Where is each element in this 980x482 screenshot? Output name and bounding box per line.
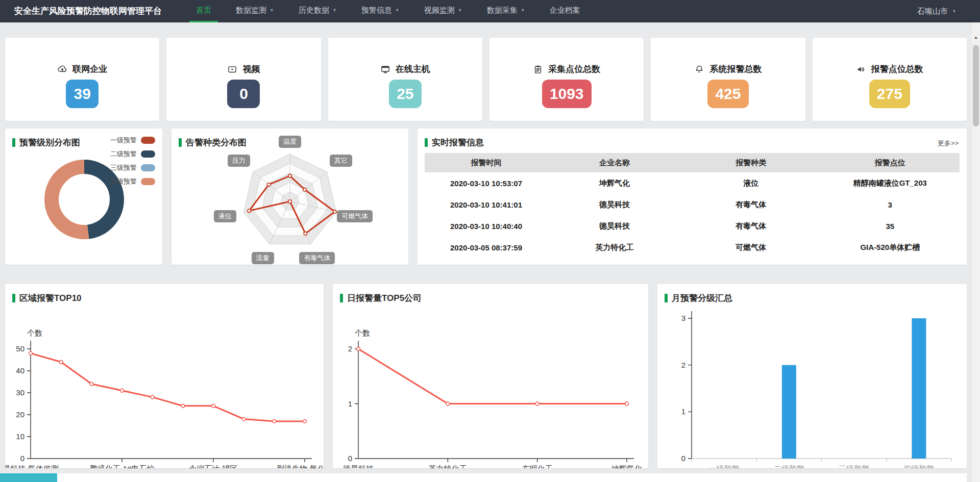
stat-card-label: 系统报警总数 <box>709 63 762 75</box>
radar-axis-label-3: 有毒气体 <box>299 252 335 264</box>
stat-card-online-hosts: 在线主机 25 <box>328 38 482 121</box>
panel-title-text: 日报警量TOP5公司 <box>347 292 422 304</box>
svg-text:0: 0 <box>681 454 685 463</box>
stat-card-collection-points: 采集点位总数 1093 <box>489 38 644 121</box>
navbar: 安全生产风险预警防控物联网管理平台 首页数据监测▼历史数据▼预警信息▼视频监测▼… <box>0 0 980 22</box>
stat-card-alarm-points: 报警点位总数 275 <box>813 38 967 121</box>
panel-title-text: 月预警分级汇总 <box>672 292 732 304</box>
nav-item-0[interactable]: 首页 <box>189 0 218 22</box>
radar-axis-label-0: 温度 <box>279 136 301 148</box>
panel-daily-top5: 日报警量TOP5公司 个数012德昊科技英力特化工东明化工坤辉气化 <box>333 284 648 468</box>
table-cell: 有毒气体 <box>681 194 820 215</box>
title-accent-bar <box>12 138 15 147</box>
panel-title: 月预警分级汇总 <box>665 292 732 304</box>
scroll-up-arrow-icon[interactable]: ▲ <box>972 35 980 40</box>
nav-item-label: 企业档案 <box>550 6 580 15</box>
speaker-icon <box>856 64 866 74</box>
panel-monthly-summary: 月预警分级汇总 0123一级预警二级预警三级预警四级预警 <box>657 284 967 468</box>
svg-text:2: 2 <box>681 361 685 369</box>
svg-text:个数: 个数 <box>355 328 370 337</box>
scrollbar-thumb[interactable] <box>973 45 979 126</box>
legend-item-0[interactable]: 一级预警 <box>110 136 155 145</box>
stat-card-system-alarms: 系统报警总数 425 <box>651 38 805 121</box>
table-row: 2020-03-05 08:37:59英力特化工可燃气体GIA-520单体贮槽 <box>425 237 960 258</box>
panel-title-text: 实时报警信息 <box>432 137 484 148</box>
realtime-table-body: 2020-03-10 10:53:07坤辉气化液位精醇南罐液位GT_203202… <box>425 172 960 258</box>
stat-card-label: 采集点位总数 <box>548 63 600 75</box>
alarm-type-radar-svg <box>172 129 408 265</box>
panel-title: 区域报警TOP10 <box>12 292 82 304</box>
chevron-down-icon: ▼ <box>458 8 462 13</box>
video-play-icon <box>227 64 237 74</box>
title-accent-bar <box>12 294 15 302</box>
nav-item-1[interactable]: 数据监测▼ <box>229 0 281 22</box>
table-cell: 2020-03-10 10:41:01 <box>425 194 548 215</box>
stat-value-badge: 425 <box>707 80 748 108</box>
nav-item-4[interactable]: 视频监测▼ <box>418 0 469 22</box>
table-cell: 德昊科技 <box>548 215 681 237</box>
cloud-upload-icon <box>57 64 67 74</box>
stat-value-badge: 0 <box>227 80 260 108</box>
svg-text:永润石油-罐区: 永润石油-罐区 <box>189 464 238 468</box>
legend-label: 一级预警 <box>110 136 137 145</box>
stat-card-row: 联网企业 39 视频 0 在线主机 25 采集点位总数 1093 <box>5 38 967 121</box>
nav-item-6[interactable]: 企业档案 <box>543 0 587 22</box>
legend-item-2[interactable]: 三级预警 <box>110 163 155 172</box>
table-cell: 2020-03-10 10:53:07 <box>425 172 548 194</box>
chevron-down-icon: ▼ <box>270 8 274 13</box>
title-accent-bar <box>179 138 182 147</box>
panel-title: 实时报警信息 <box>425 137 484 148</box>
more-link[interactable]: 更多>> <box>938 139 959 148</box>
panel-title: 预警级别分布图 <box>12 137 80 148</box>
table-cell: 精醇南罐液位GT_203 <box>821 172 960 194</box>
table-row: 2020-03-10 10:40:40德昊科技有毒气体35 <box>425 215 960 237</box>
stat-card-video: 视频 0 <box>166 38 321 121</box>
legend-item-1[interactable]: 二级预警 <box>110 149 155 159</box>
table-cell: 35 <box>821 215 960 237</box>
realtime-table: 报警时间企业名称报警种类报警点位2020-03-10 10:53:07坤辉气化液… <box>425 153 960 258</box>
bottom-partial-panel <box>0 473 967 482</box>
svg-text:1: 1 <box>681 407 685 416</box>
title-accent-bar <box>340 294 343 302</box>
table-cell: 英力特化工 <box>548 237 681 258</box>
stat-card-label: 报警点位总数 <box>871 63 923 75</box>
svg-text:2: 2 <box>348 344 352 353</box>
svg-text:0: 0 <box>348 454 352 463</box>
scrollbar[interactable]: ▲ <box>972 22 980 482</box>
nav-item-label: 首页 <box>196 6 211 15</box>
column-header-3: 报警点位 <box>821 153 960 172</box>
chevron-down-icon: ▼ <box>395 8 400 13</box>
chevron-down-icon: ▼ <box>952 9 957 14</box>
panel-alarm-level: 预警级别分布图 一级预警二级预警三级预警四级预警 <box>5 129 162 265</box>
column-header-0: 报警时间 <box>425 153 548 172</box>
nav-item-5[interactable]: 数据采集▼ <box>480 0 532 22</box>
legend-swatch <box>141 178 155 185</box>
svg-text:一级预警: 一级预警 <box>709 464 740 468</box>
bottom-strip-body <box>57 473 967 482</box>
monthly-level-summary-svg: 0123一级预警二级预警三级预警四级预警 <box>657 284 967 468</box>
nav-item-3[interactable]: 预警信息▼ <box>355 0 406 22</box>
table-cell: 2020-03-05 08:37:59 <box>425 237 548 258</box>
panel-alarm-type: 告警种类分布图 温度其它可燃气体有毒气体流量液位压力 <box>172 129 408 265</box>
alarm-level-legend: 一级预警二级预警三级预警四级预警 <box>110 136 155 186</box>
nav-item-2[interactable]: 历史数据▼ <box>292 0 344 22</box>
table-cell: 液位 <box>681 172 820 194</box>
panel-realtime-alarms: 实时报警信息 更多>> 报警时间企业名称报警种类报警点位2020-03-10 1… <box>418 129 967 265</box>
svg-text:10: 10 <box>16 432 24 441</box>
svg-text:1: 1 <box>348 399 352 408</box>
panel-title-text: 区域报警TOP10 <box>19 292 82 304</box>
table-cell: 有毒气体 <box>681 215 820 237</box>
svg-text:40: 40 <box>16 366 24 375</box>
panel-title-text: 预警级别分布图 <box>19 137 80 148</box>
radar-axis-label-6: 压力 <box>228 155 250 167</box>
daily-top5-svg: 个数012德昊科技英力特化工东明化工坤辉气化 <box>333 284 648 468</box>
middle-row: 预警级别分布图 一级预警二级预警三级预警四级预警 告警种类分布图 温度其它可燃气… <box>5 129 967 265</box>
table-cell: 2020-03-10 10:40:40 <box>425 215 548 237</box>
navbar-menu: 首页数据监测▼历史数据▼预警信息▼视频监测▼数据采集▼企业档案 <box>189 0 587 22</box>
table-row: 2020-03-10 10:53:07坤辉气化液位精醇南罐液位GT_203 <box>425 172 960 194</box>
region-selector[interactable]: 石嘴山市 ▼ <box>917 0 980 22</box>
stat-value-badge: 39 <box>66 80 99 108</box>
stat-card-label: 在线主机 <box>396 63 430 75</box>
legend-item-3[interactable]: 四级预警 <box>110 177 155 186</box>
table-cell: GIA-520单体贮槽 <box>821 237 960 258</box>
